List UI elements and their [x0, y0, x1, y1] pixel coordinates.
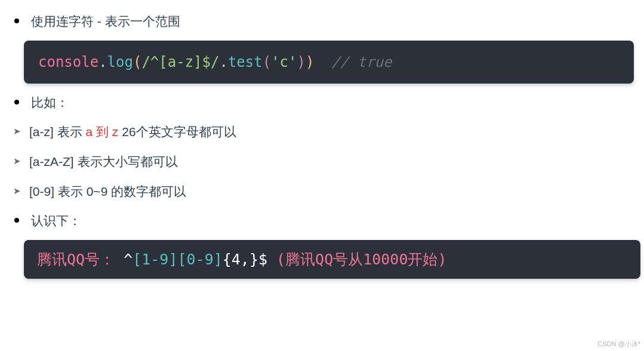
code-block-1: console.log(/^[a-z]$/.test('c')) // true	[24, 41, 634, 84]
code-token: .	[219, 54, 227, 70]
chevron-icon: ➤	[13, 156, 20, 167]
code-token: 腾讯QQ号：	[37, 251, 124, 268]
code-token: (	[263, 54, 271, 70]
text-line: [a-zA-Z] 表示大小写都可以	[29, 151, 178, 173]
code-token: console	[38, 54, 98, 70]
code-token: $	[258, 251, 267, 268]
code-token: 'c'	[271, 54, 297, 70]
code-token: .	[98, 54, 107, 70]
chevron-icon: ➤	[13, 126, 20, 137]
chevron-item: ➤ [a-zA-Z] 表示大小写都可以	[1, 151, 643, 173]
chevron-item: ➤ [a-z] 表示 a 到 z 26个英文字母都可以	[1, 121, 643, 143]
code-token: log	[107, 54, 133, 70]
text-line: [0-9] 表示 0~9 的数字都可以	[29, 181, 186, 202]
bullet-icon	[14, 19, 19, 23]
code-token: test	[228, 54, 263, 70]
code-token: {4,}	[223, 251, 258, 268]
bullet-icon	[14, 100, 19, 104]
code-token: (腾讯QQ号从10000开始)	[267, 251, 447, 268]
code-comment: // true	[331, 54, 392, 70]
text-line: [a-z] 表示 a 到 z 26个英文字母都可以	[29, 121, 236, 143]
code-token	[314, 54, 331, 70]
bullet-item: 使用连字符 - 表示一个范围	[1, 11, 643, 32]
bullet-item: 比如：	[1, 92, 643, 113]
code-token: )	[306, 54, 314, 70]
chevron-item: ➤ [0-9] 表示 0~9 的数字都可以	[1, 181, 643, 202]
code-token: )	[297, 54, 306, 70]
text-part: 26个英文字母都可以	[118, 125, 236, 138]
code-block-2: 腾讯QQ号： ^[1-9][0-9]{4,}$ (腾讯QQ号从10000开始)	[24, 240, 640, 279]
bullet-icon	[14, 218, 19, 223]
text-line: 比如：	[31, 92, 69, 113]
code-token: /^[a-z]$/	[141, 54, 219, 70]
text-highlight: a 到 z	[86, 125, 119, 138]
code-token: [1-9][0-9]	[133, 251, 223, 268]
text-line: 使用连字符 - 表示一个范围	[31, 11, 180, 32]
chevron-icon: ➤	[13, 186, 20, 196]
bullet-item: 认识下：	[1, 210, 643, 232]
code-token: ^	[124, 251, 133, 268]
code-token: (	[133, 54, 141, 70]
text-part: [a-z] 表示	[29, 125, 86, 138]
text-line: 认识下：	[31, 210, 81, 232]
